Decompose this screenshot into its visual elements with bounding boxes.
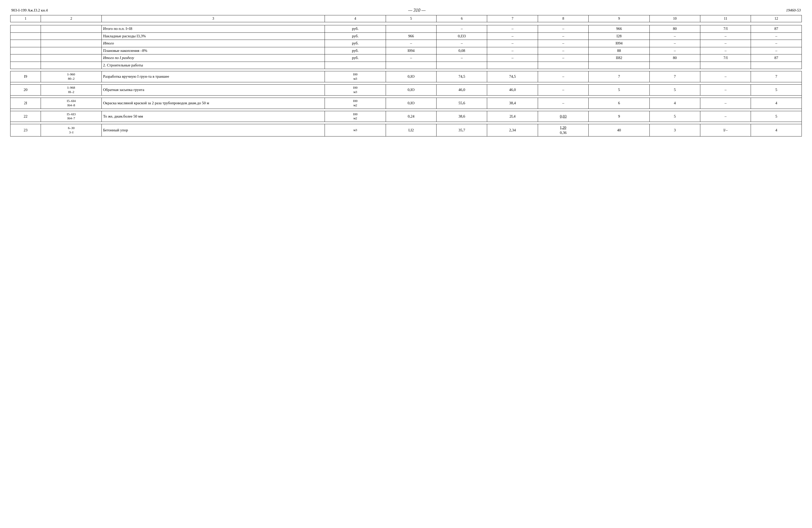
col-header-3: 3 [102,15,325,22]
row-col11: – [700,111,751,122]
summary-cell: 2. Строительные работы [102,62,325,69]
row-col11: – [700,71,751,82]
row-desc: Разработка вручную I грун-та в траншее [102,71,325,82]
col-header-1: 1 [11,15,41,22]
spacer-row [11,82,802,84]
summary-cell [487,62,538,69]
spacer-row [11,69,802,71]
summary-cell [11,62,41,69]
summary-cell [41,62,102,69]
summary-cell: Итого по п.п. I+I8 [102,25,325,33]
summary-row: Итого по I разделуруб.––––II82807/I87 [11,55,802,62]
summary-cell [11,25,41,33]
summary-cell [437,62,487,69]
row-code: I–96080–2 [41,71,102,82]
row-col5: 0,IO [386,84,436,95]
row-num: 2I [11,98,41,108]
summary-row: Итого по п.п. I+I8руб. –––966807/I87 [11,25,802,33]
summary-cell: руб. [325,40,386,47]
col-header-6: 6 [437,15,487,22]
row-code: I–9688I–2 [41,84,102,95]
summary-cell: I094 [589,40,650,47]
col-header-11: 11 [700,15,751,22]
main-table: 1 2 3 4 5 6 7 8 9 10 11 12 Итого по п.п.… [10,15,802,136]
row-num: 23 [11,124,41,136]
header-center: — 310 — [408,8,425,13]
summary-cell: 80 [650,25,700,33]
col-header-5: 5 [386,15,436,22]
summary-cell: – [650,32,700,40]
row-col5: 0,IO [386,98,436,108]
row-col10: 4 [650,98,700,108]
summary-cell: – [437,55,487,62]
row-num: I9 [11,71,41,82]
summary-cell: 966 [589,25,650,33]
row-code: I5–6I3I64–7 [41,111,102,122]
row-col9: 6 [589,98,650,108]
summary-cell: 87 [751,25,802,33]
row-col5: I,I2 [386,124,436,136]
row-code: I5–6I4I64–8 [41,98,102,108]
data-row: 22I5–6I3I64–7То же, диам.более 50 ммI00м… [11,111,802,122]
summary-cell [650,62,700,69]
row-col8: I,200,36 [538,124,589,136]
summary-cell [41,40,102,47]
summary-cell: Итого [102,40,325,47]
summary-cell: – [700,40,751,47]
summary-cell: – [751,47,802,55]
row-col12: 5 [751,84,802,95]
row-col8: – [538,84,589,95]
row-col12: 7 [751,71,802,82]
summary-cell: I094 [386,47,436,55]
row-col6: 55,6 [437,98,487,108]
summary-cell: 0,08 [437,47,487,55]
summary-cell: Накладные расходы I3,3% [102,32,325,40]
row-col7: 2,34 [487,124,538,136]
summary-cell: руб. [325,32,386,40]
row-desc: Обратная засыпка грунта [102,84,325,95]
row-col7: 2I,4 [487,111,538,122]
summary-cell [11,32,41,40]
summary-cell: – [538,40,589,47]
header-right: 19460-53 [786,8,801,13]
summary-cell: – [487,25,538,33]
summary-cell: – [700,47,751,55]
row-col6: 38,6 [437,111,487,122]
summary-cell [538,62,589,69]
row-desc: То же, диам.более 50 мм [102,111,325,122]
summary-cell: 966 [386,32,436,40]
spacer-row [11,22,802,25]
summary-cell: – [751,32,802,40]
summary-cell [41,32,102,40]
data-row: 236–303–IБетонный упорм3I,I235,72,34I,20… [11,124,802,136]
summary-row: Итогоруб.––––I094––– [11,40,802,47]
summary-cell [751,62,802,69]
summary-row: Накладные расходы I3,3%руб.9660,I33––I28… [11,32,802,40]
row-col7: 46,0 [487,84,538,95]
summary-cell [700,62,751,69]
row-num: 22 [11,111,41,122]
summary-cell [41,25,102,33]
summary-cell: Итого по I разделу [102,55,325,62]
row-col8: – [538,98,589,108]
row-col9: 5 [589,84,650,95]
row-unit: I00м2 [325,111,386,122]
summary-cell: 0,I33 [437,32,487,40]
summary-cell: I28 [589,32,650,40]
row-unit: I00м3 [325,71,386,82]
row-col10: 7 [650,71,700,82]
summary-cell [11,40,41,47]
row-col12: 4 [751,124,802,136]
spacer-row [11,122,802,124]
row-col7: 74,5 [487,71,538,82]
col-header-10: 10 [650,15,700,22]
summary-row: Плановые накопления –8%руб.I0940,08––88–… [11,47,802,55]
summary-cell [589,62,650,69]
summary-cell: – [487,47,538,55]
row-col10: 3 [650,124,700,136]
summary-cell [41,47,102,55]
row-desc: Окраска масляной краской за 2 раза трубо… [102,98,325,108]
summary-cell: – [386,55,436,62]
data-row: I9I–96080–2Разработка вручную I грун-та … [11,71,802,82]
col-header-4: 4 [325,15,386,22]
